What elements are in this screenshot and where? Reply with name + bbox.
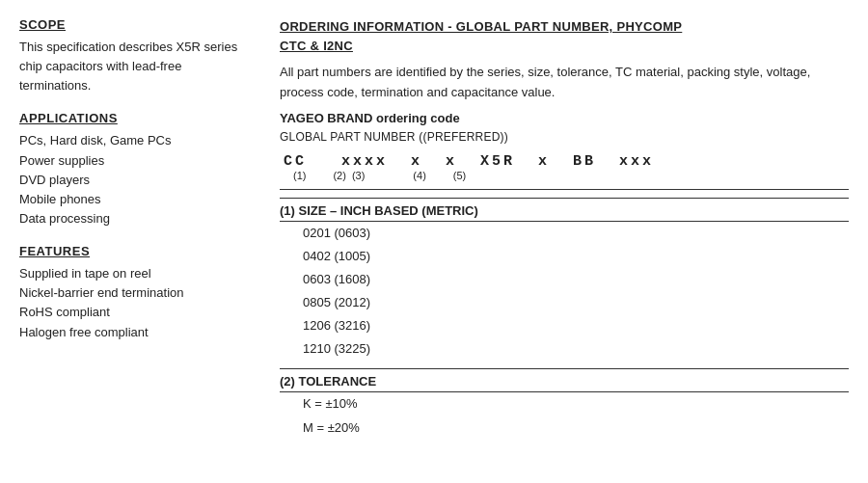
part-number-annotations: (1) (2) (3) (4) (5) — [284, 170, 849, 181]
size-header-text: (1) SIZE – INCH BASED (METRIC) — [280, 203, 478, 218]
applications-body: PCs, Hard disk, Game PCs Power supplies … — [19, 131, 253, 228]
app-item-1: Power supplies — [19, 151, 253, 171]
global-part-label: GLOBAL PART NUMBER ((PREFERRED)) — [280, 129, 849, 144]
feature-item-3: Halogen free compliant — [19, 323, 253, 342]
ann-3: (3) — [352, 170, 365, 181]
scope-text: This specification describes X5R series … — [19, 38, 253, 95]
app-item-4: Data processing — [19, 209, 253, 228]
brand-line: YAGEO BRAND ordering code — [280, 111, 849, 125]
ann-1: (1) — [293, 170, 306, 181]
tolerance-header-text: (2) TOLERANCE — [280, 374, 376, 389]
size-item-3: 0805 (2012) — [280, 291, 849, 314]
scope-body: This specification describes X5R series … — [19, 38, 253, 95]
global-part-text: GLOBAL PART NUMBER — [280, 130, 416, 144]
left-column: SCOPE This specification describes X5R s… — [19, 17, 270, 440]
applications-title: APPLICATIONS — [19, 111, 253, 125]
ann-4: (4) — [413, 170, 425, 181]
part-number-display: CC xxxx x x X5R x BB xxx (1) (2) (3) (4)… — [280, 153, 849, 181]
main-divider — [280, 189, 849, 190]
part-number-string: CC xxxx x x X5R x BB xxx — [284, 153, 849, 170]
size-item-0: 0201 (0603) — [280, 222, 849, 245]
ordering-title: ORDERING INFORMATION - GLOBAL PART NUMBE… — [280, 17, 849, 55]
scope-title: SCOPE — [19, 17, 253, 32]
ordering-title-line2: CTC & I2NC — [280, 39, 353, 53]
ann-2: (2) — [333, 170, 345, 181]
size-header: (1) SIZE – INCH BASED (METRIC) — [280, 198, 849, 222]
feature-item-1: Nickel-barrier end termination — [19, 283, 253, 303]
ordering-description: All part numbers are identified by the s… — [280, 63, 849, 103]
app-item-2: DVD players — [19, 171, 253, 190]
tolerance-item-1: M = ±20% — [280, 416, 849, 440]
main-layout: SCOPE This specification describes X5R s… — [19, 17, 849, 440]
brand-text: YAGEO BRAND — [280, 111, 372, 125]
tolerance-section: (2) TOLERANCE K = ±10% M = ±20% — [280, 368, 849, 439]
size-section: (1) SIZE – INCH BASED (METRIC) 0201 (060… — [280, 198, 849, 362]
tolerance-item-0: K = ±10% — [280, 392, 849, 416]
features-title: FEATURES — [19, 244, 253, 258]
size-item-4: 1206 (3216) — [280, 314, 849, 337]
features-body: Supplied in tape on reel Nickel-barrier … — [19, 264, 253, 342]
app-item-0: PCs, Hard disk, Game PCs — [19, 131, 253, 150]
size-item-5: 1210 (3225) — [280, 337, 849, 361]
feature-item-2: RoHS compliant — [19, 303, 253, 322]
ordering-title-line1: ORDERING INFORMATION - GLOBAL PART NUMBE… — [280, 19, 682, 34]
feature-item-0: Supplied in tape on reel — [19, 264, 253, 283]
brand-suffix: ordering code — [372, 111, 459, 125]
ann-5: (5) — [453, 170, 466, 181]
tolerance-header: (2) TOLERANCE — [280, 368, 849, 392]
global-part-paren: ((PREFERRED)) — [419, 130, 508, 144]
app-item-3: Mobile phones — [19, 190, 253, 209]
size-item-2: 0603 (1608) — [280, 268, 849, 291]
size-item-1: 0402 (1005) — [280, 245, 849, 268]
right-column: ORDERING INFORMATION - GLOBAL PART NUMBE… — [270, 17, 849, 440]
